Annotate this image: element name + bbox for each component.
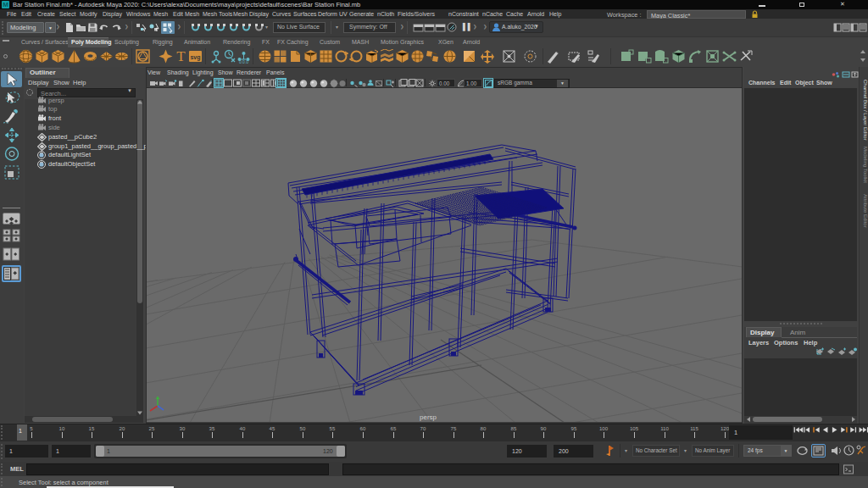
svg-text:60: 60 bbox=[360, 425, 366, 431]
svg-text:45: 45 bbox=[270, 425, 275, 431]
svg-text:105: 105 bbox=[630, 425, 639, 431]
svg-text:persp: persp bbox=[420, 413, 437, 421]
svg-text:T: T bbox=[176, 49, 186, 64]
svg-text:85: 85 bbox=[511, 425, 517, 431]
svg-text:115: 115 bbox=[690, 425, 698, 431]
svg-text:15: 15 bbox=[89, 425, 95, 431]
svg-text:90: 90 bbox=[541, 425, 547, 431]
svg-text:10: 10 bbox=[59, 425, 65, 431]
svg-text:5: 5 bbox=[30, 425, 33, 431]
svg-text:svg: svg bbox=[190, 54, 200, 61]
svg-text:0,0,0: 0,0,0 bbox=[239, 59, 248, 64]
svg-text:95: 95 bbox=[571, 425, 577, 431]
svg-text:70: 70 bbox=[420, 425, 426, 431]
svg-text:80: 80 bbox=[481, 425, 487, 431]
svg-text:25: 25 bbox=[149, 425, 155, 431]
svg-text:100: 100 bbox=[599, 425, 609, 431]
svg-text:75: 75 bbox=[451, 425, 457, 431]
svg-text:50: 50 bbox=[300, 425, 306, 431]
svg-text:55: 55 bbox=[330, 425, 336, 431]
svg-text:65: 65 bbox=[391, 425, 397, 431]
svg-text:40: 40 bbox=[240, 425, 246, 431]
svg-text:35: 35 bbox=[209, 425, 215, 431]
svg-text:110: 110 bbox=[660, 425, 669, 431]
svg-text:30: 30 bbox=[180, 425, 186, 431]
svg-text:120: 120 bbox=[721, 425, 729, 431]
svg-text:20: 20 bbox=[120, 425, 125, 431]
